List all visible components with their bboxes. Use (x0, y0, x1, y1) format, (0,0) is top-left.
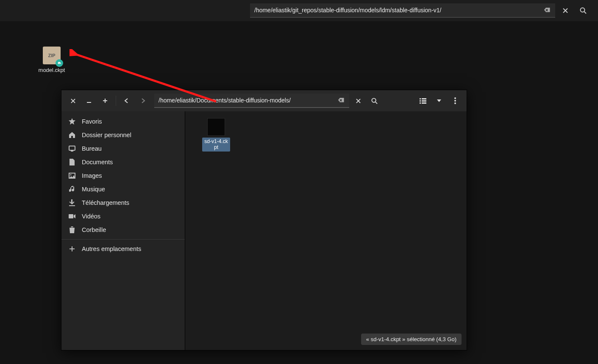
svg-point-15 (454, 102, 456, 104)
svg-rect-10 (422, 100, 426, 102)
close-path-button[interactable] (558, 3, 573, 18)
image-icon (68, 172, 76, 179)
view-dropdown-icon[interactable] (432, 94, 446, 108)
backspace-icon[interactable] (544, 8, 552, 14)
backspace-icon[interactable] (338, 98, 346, 104)
sidebar-item-label: Documents (82, 159, 113, 165)
svg-rect-16 (69, 146, 75, 150)
svg-point-5 (372, 98, 375, 102)
svg-point-14 (454, 100, 456, 102)
sidebar-item-favorites[interactable]: Favoris (61, 115, 185, 128)
bg-path-input[interactable] (250, 3, 555, 18)
svg-point-13 (454, 97, 456, 99)
menu-icon[interactable] (448, 94, 462, 108)
sidebar-item-label: Autres emplacements (82, 245, 141, 252)
archive-icon-label: ZIP (48, 53, 55, 58)
sidebar-item-home[interactable]: Dossier personnel (61, 128, 185, 142)
svg-point-0 (581, 8, 585, 12)
sidebar-item-images[interactable]: Images (61, 169, 185, 182)
trash-icon (68, 226, 76, 234)
fg-window: Favoris Dossier personnel Bureau Documen… (61, 90, 467, 350)
sidebar-item-other-locations[interactable]: Autres emplacements (61, 242, 185, 256)
file-label: model.ckpt (39, 67, 65, 73)
new-tab-button[interactable] (98, 94, 112, 108)
close-path-button[interactable] (351, 94, 365, 108)
file-thumbnail-icon (207, 118, 225, 136)
sidebar-item-label: Dossier personnel (82, 132, 131, 138)
search-icon[interactable] (576, 3, 591, 18)
forward-button[interactable] (136, 94, 150, 108)
svg-rect-12 (422, 102, 426, 104)
download-icon (68, 199, 76, 207)
minimize-window-button[interactable] (82, 94, 96, 108)
view-list-icon[interactable] (416, 94, 430, 108)
desktop-icon (68, 145, 76, 152)
sidebar-item-label: Bureau (82, 145, 102, 152)
sidebar-item-label: Musique (82, 186, 105, 193)
close-window-button[interactable] (66, 94, 80, 108)
fg-toolbar (61, 90, 467, 111)
sidebar: Favoris Dossier personnel Bureau Documen… (61, 111, 185, 350)
sidebar-item-label: Favoris (82, 118, 102, 125)
sidebar-item-label: Téléchargements (82, 199, 129, 206)
svg-line-1 (584, 12, 587, 14)
sidebar-item-desktop[interactable]: Bureau (61, 142, 185, 155)
sidebar-item-downloads[interactable]: Téléchargements (61, 196, 185, 210)
fg-path-input[interactable] (154, 94, 349, 108)
file-model-ckpt[interactable]: ZIP model.ckpt (35, 47, 69, 73)
sidebar-item-trash[interactable]: Corbeille (61, 223, 185, 237)
fg-content-area[interactable]: sd-v1-4.ckpt « sd-v1-4.ckpt » sélectionn… (185, 111, 467, 350)
sidebar-divider (61, 239, 185, 240)
archive-icon: ZIP (43, 47, 61, 64)
music-icon (68, 185, 76, 193)
svg-rect-20 (69, 214, 73, 218)
back-button[interactable] (120, 94, 134, 108)
symlink-badge-icon (56, 59, 63, 67)
file-sd-v1-4-ckpt[interactable]: sd-v1-4.ckpt (202, 118, 230, 152)
svg-rect-9 (420, 100, 421, 102)
sidebar-item-documents[interactable]: Documents (61, 155, 185, 169)
toolbar-separator (116, 96, 116, 106)
plus-icon (68, 245, 76, 253)
file-icon (68, 158, 76, 166)
sidebar-item-videos[interactable]: Vidéos (61, 210, 185, 223)
sidebar-item-label: Corbeille (82, 226, 106, 233)
video-icon (68, 212, 76, 220)
status-bar: « sd-v1-4.ckpt » sélectionné (4,3 Go) (361, 334, 462, 345)
svg-point-19 (70, 174, 72, 176)
svg-rect-11 (420, 102, 421, 104)
bg-toolbar (0, 0, 598, 21)
svg-line-6 (375, 102, 377, 103)
svg-rect-7 (420, 98, 421, 99)
home-icon (68, 131, 76, 139)
sidebar-item-music[interactable]: Musique (61, 182, 185, 196)
file-label: sd-v1-4.ckpt (202, 138, 230, 152)
star-icon (68, 118, 76, 125)
sidebar-item-label: Vidéos (82, 213, 100, 220)
sidebar-item-label: Images (82, 172, 102, 179)
search-icon[interactable] (367, 94, 381, 108)
svg-rect-8 (422, 98, 426, 99)
